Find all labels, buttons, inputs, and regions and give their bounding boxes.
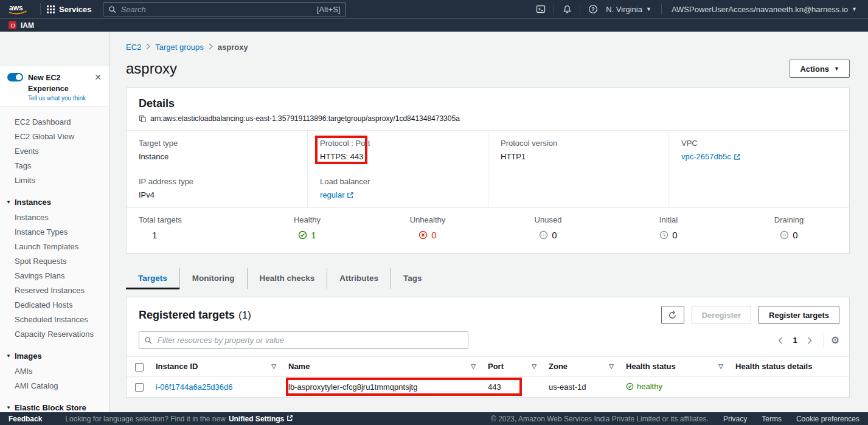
sidebar-section-elastic-block-store[interactable]: ▼ Elastic Block Store [0,400,109,412]
field-label: VPC [681,139,837,148]
next-page-icon[interactable] [804,337,816,344]
page-number[interactable]: 1 [789,336,800,345]
registered-targets-actions: Deregister Register targets [661,306,839,324]
sidebar-item-ami-catalog[interactable]: AMI Catalog [0,378,109,393]
tab-attributes[interactable]: Attributes [327,268,391,289]
tab-tags[interactable]: Tags [391,268,434,289]
sidebar-item-launch-templates[interactable]: Launch Templates [0,239,109,254]
filter-input[interactable] [139,331,468,349]
title-row: asproxy Actions ▼ [126,60,850,78]
sort-icon[interactable]: ▽ [605,363,614,370]
privacy-link[interactable]: Privacy [723,415,747,423]
sort-icon[interactable]: ▽ [467,363,476,370]
tab-health-checks[interactable]: Health checks [247,268,327,289]
target-name: lb-asproxytyler-cfcg8jru1tmmqpntsjtg [288,382,417,392]
load-balancer-link[interactable]: regular [320,190,354,199]
sidebar-item-reserved-instances[interactable]: Reserved Instances [0,283,109,297]
field-value: Instance [139,152,295,161]
chevron-down-icon: ▼ [852,6,857,12]
col-label: Zone [549,362,568,371]
settings-gear-icon[interactable]: ⚙ [831,334,839,346]
actions-button[interactable]: Actions ▼ [790,60,850,78]
favorite-iam[interactable]: IAM [21,21,34,30]
registered-targets-panel: Registered targets (1) Deregister Regist… [126,297,850,398]
previous-page-icon[interactable] [774,337,786,344]
close-icon[interactable]: ✕ [93,72,103,83]
breadcrumb-current: asproxy [218,43,248,52]
field-protocol-port: Protocol : Port HTTPS: 443 [307,131,488,169]
health-summary: Total targets 1 Healthy 1 Unhealt [127,207,849,253]
sidebar-item-savings-plans[interactable]: Savings Plans [0,268,109,283]
row-checkbox[interactable] [135,383,144,392]
sidebar-item-events[interactable]: Events [0,143,109,158]
summary-healthy: Healthy 1 [247,215,367,242]
summary-label: Initial [608,215,729,224]
services-menu[interactable]: Services [47,5,92,14]
col-label: Instance ID [156,362,198,371]
favorites-bar: IAM [0,18,868,32]
sidebar-item-ec2-dashboard[interactable]: EC2 Dashboard [0,114,109,129]
sidebar-item-dedicated-hosts[interactable]: Dedicated Hosts [0,297,109,312]
field-protocol-version: Protocol version HTTP1 [488,131,668,169]
copy-icon[interactable] [139,115,147,123]
console-footer: Feedback Looking for language selection?… [0,412,868,425]
divider [554,4,554,15]
breadcrumb-target-groups[interactable]: Target groups [155,43,204,52]
summary-label: Total targets [139,215,247,224]
help-icon[interactable]: ? [585,4,601,14]
content-row: New EC2 Experience Tell us what you thin… [0,32,868,412]
field-value: HTTPS: 443 [320,152,476,161]
field-vpc: VPC vpc-2657db5c [668,131,849,169]
registered-targets-header: Registered targets (1) Deregister Regist… [127,297,849,331]
deregister-button[interactable]: Deregister [692,306,751,324]
account-menu[interactable]: AWSPowerUserAccess/navaneeth.kn@harness.… [667,5,862,14]
col-name[interactable]: Name▽ [282,357,482,377]
register-targets-button[interactable]: Register targets [759,306,839,324]
summary-total-targets: Total targets 1 [127,215,247,242]
sidebar-item-instances[interactable]: Instances [0,210,109,224]
footer-right: © 2023, Amazon Web Services India Privat… [491,415,859,423]
cloudshell-icon[interactable] [533,4,549,14]
sort-icon[interactable]: ▽ [715,363,723,370]
col-zone[interactable]: Zone▽ [543,357,620,377]
region-selector[interactable]: N. Virginia ▼ [601,5,656,14]
sidebar-section-instances[interactable]: ▼ Instances [0,195,109,210]
sidebar-item-limits[interactable]: Limits [0,173,109,187]
unified-settings-link[interactable]: Unified Settings [229,415,293,423]
select-all-checkbox[interactable] [135,363,144,371]
notifications-bell-icon[interactable] [559,5,575,14]
col-health-status-details: Health status details [729,357,849,377]
tab-bar: Targets Monitoring Health checks Attribu… [126,268,850,289]
global-search-input[interactable]: Search [Alt+S] [103,2,346,16]
sort-icon[interactable]: ▽ [528,363,536,370]
sort-icon[interactable]: ▽ [268,363,276,370]
breadcrumb-ec2[interactable]: EC2 [126,43,141,52]
instance-id-link[interactable]: i-06f1744a6a25d36d6 [156,382,233,392]
vpc-link[interactable]: vpc-2657db5c [681,152,741,161]
tab-monitoring[interactable]: Monitoring [179,268,247,289]
sidebar-item-amis[interactable]: AMIs [0,364,109,378]
summary-initial: Initial 0 [608,215,729,242]
sidebar-item-scheduled-instances[interactable]: Scheduled Instances [0,312,109,327]
sidebar-item-spot-requests[interactable]: Spot Requests [0,254,109,268]
col-instance-id[interactable]: Instance ID▽ [150,357,282,377]
sidebar-item-tags[interactable]: Tags [0,158,109,173]
cookie-preferences-link[interactable]: Cookie preferences [796,415,859,423]
sidebar-section-images[interactable]: ▼ Images [0,348,109,364]
sidebar-item-instance-types[interactable]: Instance Types [0,224,109,239]
tab-targets[interactable]: Targets [126,268,179,289]
terms-link[interactable]: Terms [762,415,782,423]
aws-logo[interactable]: aws [7,3,28,16]
refresh-button[interactable] [661,306,684,324]
experience-feedback-link[interactable]: Tell us what you think [28,95,93,102]
col-port[interactable]: Port▽ [482,357,543,377]
feedback-link[interactable]: Feedback [9,415,42,423]
services-label: Services [59,5,92,14]
summary-label: Unused [488,215,608,224]
empty-cell [488,169,668,207]
sidebar-item-ec2-global-view[interactable]: EC2 Global View [0,129,109,143]
sidebar-item-capacity-reservations[interactable]: Capacity Reservations [0,327,109,341]
col-health-status[interactable]: Health status▽ [620,357,729,377]
experience-toggle[interactable] [7,73,23,81]
details-header: Details arn:aws:elasticloadbalancing:us-… [127,88,849,130]
